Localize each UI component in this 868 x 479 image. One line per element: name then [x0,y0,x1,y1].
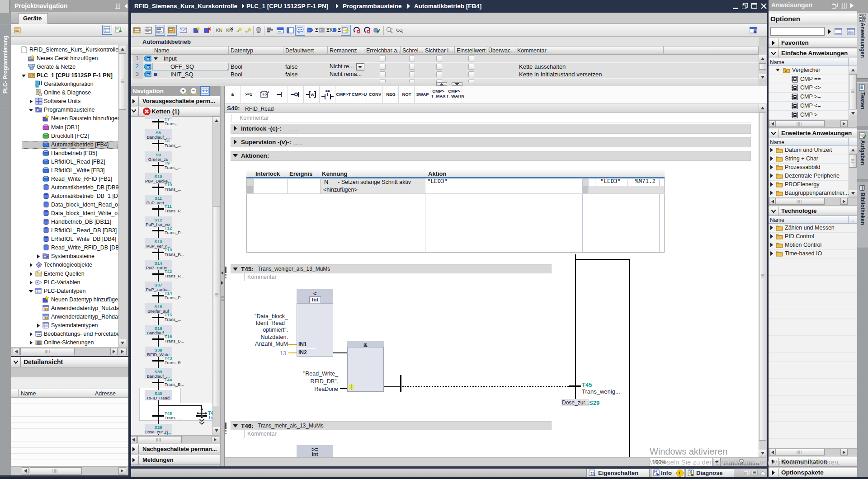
svg-text:==: == [326,89,330,93]
svg-text:01: 01 [147,57,151,61]
svg-text:01: 01 [147,65,151,68]
svg-text:K: K [330,28,333,33]
svg-text:??: ?? [262,93,267,97]
svg-text:<: < [785,69,787,73]
svg-text:N: N [219,28,222,33]
svg-text:01: 01 [147,73,151,76]
svg-text:W: W [311,93,315,97]
